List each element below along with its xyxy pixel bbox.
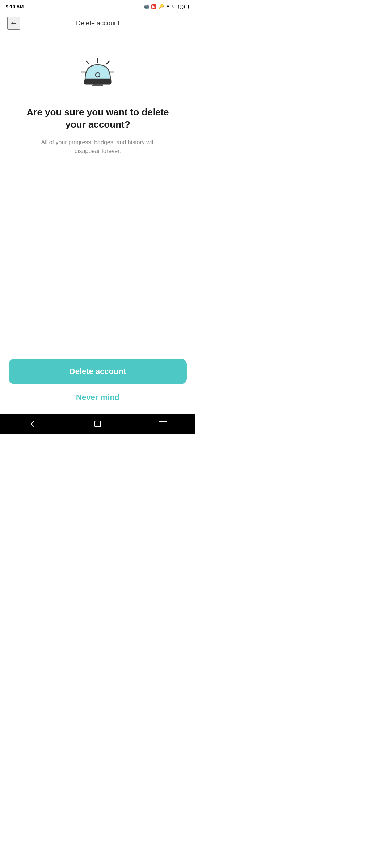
svg-rect-8 xyxy=(95,421,101,427)
status-time: 9:19 AM xyxy=(6,4,24,9)
system-back-button[interactable] xyxy=(22,417,43,431)
description-text: All of your progress, badges, and histor… xyxy=(29,138,167,156)
bluetooth-icon: ✱ xyxy=(166,4,170,9)
svg-line-3 xyxy=(86,61,89,64)
moon-icon: ☾ xyxy=(172,4,176,9)
bottom-nav-bar xyxy=(0,414,196,434)
system-home-button[interactable] xyxy=(87,417,109,431)
bottom-actions: Delete account Never mind xyxy=(0,352,196,414)
alarm-icon xyxy=(78,57,118,93)
status-icons: 📹 ▶ 🔑 ✱ ☾ ((·)) ▮ xyxy=(144,4,190,9)
back-button[interactable]: ← xyxy=(7,17,20,30)
svg-rect-7 xyxy=(92,84,103,86)
main-content: Are you sure you want to delete your acc… xyxy=(0,33,196,352)
back-arrow-icon: ← xyxy=(10,18,18,28)
question-text: Are you sure you want to delete your acc… xyxy=(25,106,170,131)
battery-icon: ▮ xyxy=(187,4,190,9)
status-bar: 9:19 AM 📹 ▶ 🔑 ✱ ☾ ((·)) ▮ xyxy=(0,0,196,13)
wifi-icon: ((·)) xyxy=(178,4,185,9)
record-icon: ▶ xyxy=(151,4,156,9)
page-title: Delete account xyxy=(20,20,175,27)
svg-rect-5 xyxy=(84,79,111,84)
system-recents-button[interactable] xyxy=(152,417,174,431)
svg-line-4 xyxy=(106,61,109,64)
delete-account-button[interactable]: Delete account xyxy=(9,359,187,384)
key-icon: 🔑 xyxy=(159,4,164,9)
top-nav: ← Delete account xyxy=(0,13,196,33)
never-mind-button[interactable]: Never mind xyxy=(67,390,128,405)
warning-icon-container xyxy=(76,55,119,95)
video-icon: 📹 xyxy=(144,4,149,9)
